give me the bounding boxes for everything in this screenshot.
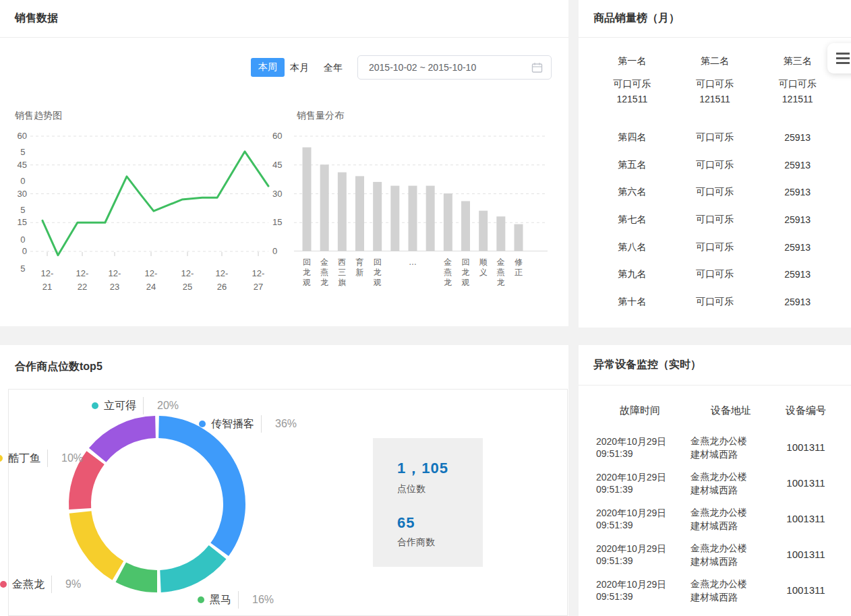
dashboard-page: 销售数据 本周 本月 全年 2015-10-02 ~ 2015-10-10 销售… [0,0,851,616]
trend-line[interactable] [42,152,268,255]
rank-rank: 第二名 [674,55,757,67]
device-code: 1001311 [771,513,840,524]
bar[interactable] [390,186,399,251]
rank-row-name: 可口可乐 [674,131,757,144]
rank-name: 可口可乐 [756,78,839,90]
device-row: 2020年10月29日09:51:39金燕龙办公楼建材城西路1001311 [589,429,840,465]
pie-legend-item-jinyanlong[interactable]: 金燕龙 9% [0,576,81,593]
rank-row-rank: 第八名 [591,241,674,253]
rank-value: 121511 [591,94,674,104]
device-panel-title: 异常设备监控（实时） [593,358,701,372]
rank-row-value: 25913 [756,132,839,143]
fault-time-line: 09:51:39 [596,448,691,460]
device-address: 金燕龙办公楼建材城西路 [691,470,771,497]
svg-text:5: 5 [20,147,25,157]
bar[interactable] [479,211,488,251]
legend-dot-icon [0,455,3,462]
svg-text:15: 15 [272,217,282,227]
device-address-line: 建材城西路 [691,483,771,497]
pie-legend-item-kudingyu[interactable]: 酷丁鱼 10% [0,450,83,467]
bar[interactable] [496,216,505,251]
svg-text:12-21: 12-21 [41,268,54,292]
donut-chart[interactable] [0,345,568,616]
svg-text:12-26: 12-26 [216,268,229,292]
device-panel-header: 异常设备监控（实时） [579,345,851,386]
device-address-line: 金燕龙办公楼 [691,470,771,483]
device-fault-time: 2020年10月29日09:51:39 [589,507,691,531]
pie-stats-card: 1，105 点位数 65 合作商数 [373,438,483,567]
rank-row-name: 可口可乐 [674,268,757,280]
hamburger-icon[interactable] [836,53,850,64]
rank-rank: 第三名 [756,55,839,67]
pie-slice[interactable] [160,545,226,592]
svg-text:0: 0 [20,176,25,186]
bar[interactable] [320,164,329,251]
fault-time-line: 09:51:39 [596,555,691,567]
rank-rank: 第一名 [591,55,674,67]
svg-text:修正: 修正 [515,257,523,277]
svg-text:12-27: 12-27 [252,268,265,292]
rank-row-name: 可口可乐 [674,241,757,253]
device-code: 1001311 [771,441,840,453]
device-table-body: 2020年10月29日09:51:39金燕龙办公楼建材城西路1001311202… [589,429,840,608]
menu-card[interactable] [827,43,851,73]
fault-time-line: 2020年10月29日 [596,507,691,519]
sales-charts-canvas[interactable]: 6045301505050560453015012-2112-2212-2312… [0,0,568,326]
svg-text:45: 45 [18,160,27,170]
legend-label: 黑马 [210,593,231,607]
bar[interactable] [373,182,382,251]
stat-points: 1，105 点位数 [397,458,483,495]
svg-text:回龙观: 回龙观 [302,257,311,287]
svg-text:12-22: 12-22 [76,268,89,292]
legend-divider [261,415,262,433]
svg-text:顺义: 顺义 [479,257,488,277]
fault-time-line: 09:51:39 [596,590,691,603]
fault-time-line: 2020年10月29日 [596,435,691,448]
svg-text:15: 15 [18,217,27,227]
rank-row: 第八名可口可乐25913 [591,233,839,261]
rank-row: 第四名可口可乐25913 [591,124,839,152]
device-table: 故障时间 设备地址 设备编号 2020年10月29日09:51:39金燕龙办公楼… [589,404,840,608]
fault-time-line: 09:51:39 [596,519,691,531]
pie-slice[interactable] [115,563,157,592]
svg-text:育新: 育新 [356,257,364,277]
pie-slice[interactable] [69,511,124,580]
rank-row-value: 25913 [756,160,839,171]
device-address-line: 建材城西路 [691,555,771,568]
rank-row-value: 25913 [756,269,839,280]
svg-text:西三旗: 西三旗 [338,257,346,287]
device-address-line: 建材城西路 [691,590,771,604]
svg-text:12-25: 12-25 [181,268,194,292]
svg-text:30: 30 [272,189,282,199]
bar[interactable] [409,186,417,251]
pie-slice[interactable] [158,416,245,556]
rank-row-rank: 第九名 [591,268,674,280]
device-address: 金燕龙办公楼建材城西路 [691,541,771,568]
rank-top3-col: 第二名可口可乐121511 [674,55,757,104]
pie-legend-item-heima[interactable]: 黑马 16% [198,591,274,609]
rank-row-rank: 第五名 [591,159,674,171]
bar[interactable] [303,148,312,251]
legend-percentage: 10% [61,452,83,464]
bar[interactable] [338,173,347,251]
legend-label: 传智播客 [211,417,254,431]
pie-slice[interactable] [89,416,156,462]
legend-label: 立可得 [104,399,136,413]
rank-name: 可口可乐 [591,78,674,90]
col-header-device-address: 设备地址 [691,404,771,417]
bar[interactable] [355,176,364,251]
device-address-line: 金燕龙办公楼 [691,541,771,555]
bar[interactable] [444,193,452,251]
rank-row: 第七名可口可乐25913 [591,206,839,234]
svg-text:回龙观: 回龙观 [373,257,382,287]
pie-legend-item-czbk[interactable]: 传智播客 36% [199,415,297,433]
legend-percentage: 36% [275,418,297,430]
bar[interactable] [515,224,523,251]
pie-legend-item-likede[interactable]: 立可得 20% [92,397,179,414]
rank-row-value: 25913 [756,214,839,225]
bar[interactable] [426,186,435,251]
fault-time-line: 2020年10月29日 [596,543,691,555]
svg-text:60: 60 [18,131,27,141]
bar[interactable] [461,201,470,251]
rank-row-rank: 第十名 [591,296,674,308]
